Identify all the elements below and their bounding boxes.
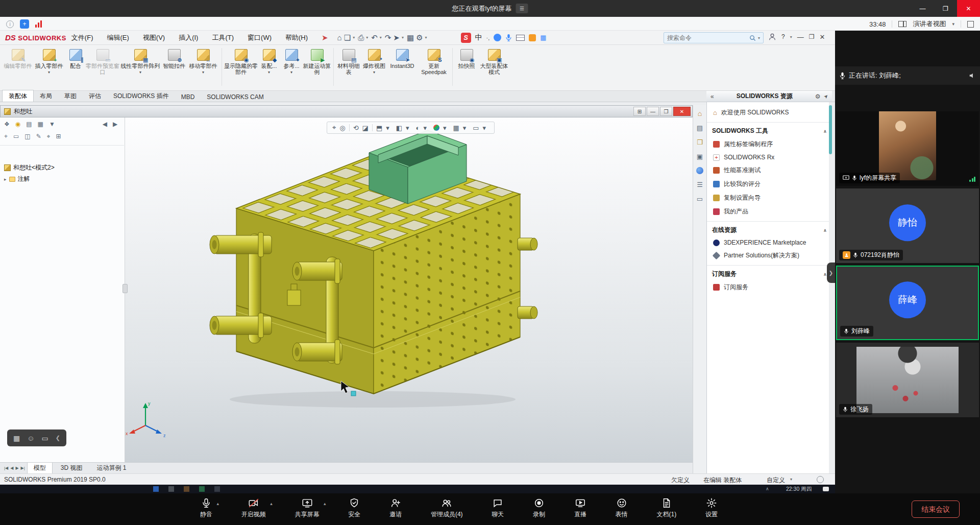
tp-design-library-icon[interactable]: ❒	[697, 138, 703, 146]
tp-subscription-services[interactable]: 订阅服务	[707, 280, 832, 294]
edit-appearance-icon[interactable]	[433, 125, 439, 131]
participant-tile-xufeiyang[interactable]: 徐飞扬	[836, 343, 979, 417]
last-tab-icon[interactable]: ▶|	[21, 466, 25, 470]
command-search-input[interactable]	[667, 34, 747, 41]
taskpane-options-gear-icon[interactable]: ⚙	[815, 93, 821, 100]
sidebar-collapse-tab[interactable]: ❯	[827, 262, 835, 283]
ribbon-assembly-features[interactable]: ◆装配...▾	[258, 45, 280, 74]
ribbon-mate[interactable]: ∥配合	[65, 45, 86, 69]
collapse-icon[interactable]: ∧	[823, 228, 827, 233]
tp-compare-score[interactable]: 比较我的评分	[707, 177, 832, 191]
tp-file-explorer-icon[interactable]: ▣	[697, 153, 703, 160]
sogou-logo-icon[interactable]: S	[461, 33, 471, 43]
ribbon-bom[interactable]: ▤材料明细表	[336, 45, 361, 75]
whiteboard-icon[interactable]: ▭	[42, 434, 48, 442]
expand-caret-icon[interactable]: ▴	[324, 501, 326, 506]
3d-viewport[interactable]: y x z	[125, 117, 693, 462]
ribbon-new-motion-study[interactable]: ▶新建运动算例	[303, 45, 331, 75]
doc-restore-icon[interactable]: ⊞	[633, 107, 646, 116]
ime-toolbox-icon[interactable]: ▦	[540, 34, 546, 41]
ime-skin-icon[interactable]	[529, 34, 536, 41]
participant-tile-liuxuefeng[interactable]: 薛峰 刘薛峰	[836, 266, 979, 340]
section-subscription[interactable]: 订阅服务 ∧	[707, 265, 832, 280]
view-mode-dropdown[interactable]: 演讲者视图	[913, 19, 946, 29]
menu-file[interactable]: 文件(F)	[71, 33, 93, 42]
redo-icon[interactable]: ↷	[385, 33, 391, 42]
zoom-fit-icon[interactable]: ⌖	[332, 124, 336, 132]
mute-button[interactable]: 静音 ▴	[200, 497, 212, 519]
home-icon[interactable]: ⌂	[337, 33, 342, 42]
taskbar-app-icon[interactable]	[153, 486, 159, 492]
next-tab-icon[interactable]: ▶	[15, 466, 18, 470]
fm-right-arrow-icon[interactable]: ▶	[113, 121, 117, 128]
prev-tab-icon[interactable]: ◀	[10, 466, 13, 470]
emoji-button[interactable]: 表情	[616, 497, 628, 519]
share-screen-button[interactable]: 共享屏幕 ▴	[295, 497, 320, 519]
undo-icon[interactable]: ↶	[371, 33, 378, 42]
zoom-area-icon[interactable]: ◎	[339, 124, 345, 132]
ribbon-update-speedpak[interactable]: S更新Speedpak	[418, 45, 450, 75]
sw-minimize-icon[interactable]: —	[797, 33, 804, 41]
notification-bubble-icon[interactable]	[823, 487, 829, 491]
documents-button[interactable]: 文档(1)	[656, 497, 676, 519]
tp-solidworks-rx[interactable]: +SOLIDWORKS Rx	[707, 151, 832, 163]
search-icon[interactable]	[749, 35, 756, 41]
fm-grid-icon[interactable]: ▭	[13, 133, 19, 140]
doc-minimize-icon[interactable]: —	[647, 107, 659, 116]
ribbon-show-hidden[interactable]: ◉显示隐藏的零部件	[224, 45, 258, 75]
panel-splitter-grip[interactable]	[122, 284, 128, 293]
doc-maximize-icon[interactable]: ❐	[660, 107, 672, 116]
previous-view-icon[interactable]: ⟲	[353, 124, 359, 132]
tab-model[interactable]: 模型	[27, 463, 53, 474]
ime-mic-icon[interactable]	[505, 34, 512, 42]
selection-handle[interactable]	[351, 391, 356, 396]
sw-close-icon[interactable]: ✕	[819, 33, 825, 41]
fm-split-icon[interactable]: ◫	[24, 133, 30, 140]
close-button[interactable]: ✕	[957, 0, 980, 17]
tp-home-icon[interactable]: ⌂	[698, 109, 702, 117]
pin-icon[interactable]: ➤	[322, 33, 328, 42]
scrollbar-thumb[interactable]	[829, 105, 832, 154]
tab-cam[interactable]: SOLIDWORKS CAM	[201, 92, 270, 102]
tp-3dexperience-marketplace[interactable]: 3DEXPERIENCE Marketplace	[707, 236, 832, 249]
expand-caret-icon[interactable]: ▴	[216, 501, 219, 506]
tp-partner-solutions[interactable]: Partner Solutions(解决方案)	[707, 249, 832, 262]
rebuild-icon[interactable]: ▦	[407, 33, 414, 42]
chat-button[interactable]: 聊天	[492, 497, 504, 519]
emoji-reaction-icon[interactable]: ☺	[27, 434, 34, 442]
info-icon[interactable]: i	[6, 20, 14, 28]
expand-caret-icon[interactable]: ▴	[270, 501, 273, 506]
menu-tools[interactable]: 工具(T)	[212, 33, 234, 42]
taskpane-pin-icon[interactable]: ➤	[822, 93, 829, 100]
ribbon-linear-pattern[interactable]: ▦线性零部件阵列▾	[119, 45, 161, 74]
sw-restore-icon[interactable]: ❐	[809, 33, 815, 40]
ime-mode-indicator[interactable]: 中	[475, 33, 482, 42]
speaker-icon[interactable]	[969, 72, 976, 79]
collapse-left-icon[interactable]: «	[710, 93, 714, 100]
ribbon-instant3d[interactable]: ➤Instant3D	[387, 45, 418, 69]
fm-property-tab-icon[interactable]: ◉	[15, 121, 20, 128]
menu-insert[interactable]: 插入(I)	[179, 33, 198, 42]
ribbon-move-component[interactable]: ↔移动零部件▾	[187, 45, 219, 74]
tp-welcome-link[interactable]: ⌂ 欢迎使用 SOLIDWORKS	[707, 102, 832, 120]
view-settings-icon[interactable]: ▭	[473, 124, 479, 132]
settings-button[interactable]: 设置	[705, 497, 718, 519]
fm-dimxpert-tab-icon[interactable]: ▦	[38, 121, 43, 128]
ribbon-take-snapshot[interactable]: ◉拍快照	[455, 45, 478, 69]
first-tab-icon[interactable]: |◀	[4, 466, 8, 470]
tray-chevron-icon[interactable]: ∧	[766, 486, 769, 491]
minimize-button[interactable]: —	[911, 0, 934, 17]
ime-keyboard-icon[interactable]	[516, 35, 525, 41]
section-sw-tools[interactable]: SOLIDWORKS 工具 ∧	[707, 122, 832, 137]
record-button[interactable]: 录制	[533, 497, 545, 519]
ribbon-reference-geometry[interactable]: ⌖参考...▾	[280, 45, 303, 74]
invite-button[interactable]: 邀请	[389, 497, 402, 519]
taskbar-app-icon[interactable]	[168, 486, 174, 492]
tab-assembly[interactable]: 装配体	[2, 90, 34, 102]
apps-grid-icon[interactable]: ▦	[13, 434, 20, 442]
hide-show-items-icon[interactable]: ◐	[416, 124, 420, 132]
tree-root-item[interactable]: 和想吐<模式2>	[4, 163, 55, 172]
annotation-icon[interactable]: +	[20, 19, 29, 29]
fm-tree-tab-icon[interactable]: ❖	[4, 121, 10, 128]
menu-view[interactable]: 视图(V)	[143, 33, 165, 42]
